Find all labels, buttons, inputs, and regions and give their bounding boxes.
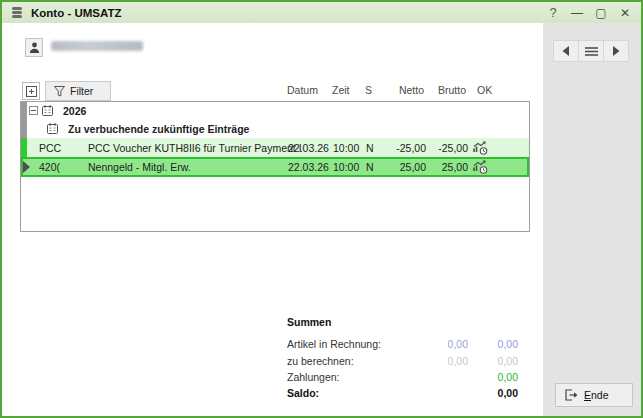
entries-table: 2026 Zu verbuchende zukünftige Einträge … [20,101,530,232]
help-button[interactable]: ? [543,4,563,22]
column-header-datum: Datum [287,84,318,96]
cell-description: Nenngeld - Mitgl. Erw. [88,161,191,173]
summary-row: zu berechnen: 0,00 0,00 [287,355,527,369]
cell-zeit: 10:00 [333,142,359,154]
person-icon [29,42,40,54]
ende-button-label: Ende [584,389,609,401]
group-row-year[interactable]: 2026 [21,102,529,120]
cell-netto: -25,00 [376,142,426,154]
account-name-redacted [51,41,143,51]
title-bar: Konto - UMSATZ ? — ▢ ✕ [2,2,641,24]
exit-icon [565,389,578,401]
column-header-brutto: Brutto [426,84,466,96]
scheduled-chart-clock-icon [473,141,490,155]
cell-code: 420( [39,161,60,173]
main-area: Filter Datum Zeit S Netto Brutto OK 2026 [2,23,543,416]
scheduled-chart-clock-icon [473,160,490,174]
cell-s: N [366,142,374,154]
group-row-future-entries[interactable]: Zu verbuchende zukünftige Einträge [21,120,529,138]
record-list-button[interactable] [578,40,604,62]
summary-value-2: 0,00 [468,371,518,383]
column-header-netto: Netto [374,84,424,96]
summary-label: zu berechnen: [287,355,354,367]
minimize-button[interactable]: — [567,4,587,22]
konto-window: Konto - UMSATZ ? — ▢ ✕ Filter [0,0,643,418]
close-button[interactable]: ✕ [615,4,635,22]
cell-netto: 25,00 [376,161,426,173]
summary-row: Zahlungen: 0,00 [287,371,527,385]
row-gutter [21,102,27,120]
column-header-s: S [365,84,372,96]
menu-lines-icon [585,47,598,56]
table-row-selected[interactable]: 420( Nenngeld - Mitgl. Erw. 22.03.26 10:… [21,157,529,177]
cell-brutto: 25,00 [428,161,468,173]
row-gutter [21,138,27,157]
coins-icon [10,7,24,19]
ende-button[interactable]: Ende [555,383,633,407]
summary-value-1: 0,00 [418,338,468,350]
cell-code: PCC [39,142,61,154]
cell-datum: 22.03.26 [288,142,329,154]
column-header-ok: OK [477,84,492,96]
cell-datum: 22.03.26 [288,161,329,173]
cell-zeit: 10:00 [333,161,359,173]
summary-label: Zahlungen: [287,371,340,383]
summary-title: Summen [287,316,331,328]
next-record-button[interactable] [603,40,629,62]
group-label-future-entries: Zu verbuchende zukünftige Einträge [68,123,249,135]
cell-s: N [366,161,374,173]
collapse-toggle-icon[interactable] [29,106,38,115]
calendar-icon [42,105,53,116]
cell-description: PCC Voucher KUTH8II6 für Turnier Payment… [88,142,302,154]
column-header-zeit: Zeit [332,84,350,96]
summary-label: Saldo: [287,387,319,399]
account-button[interactable] [25,38,43,57]
summary-value-2: 0,00 [468,355,518,367]
row-gutter [21,120,27,138]
summary-value-1: 0,00 [418,355,468,367]
previous-record-button[interactable] [553,40,579,62]
maximize-button[interactable]: ▢ [591,4,611,22]
cell-brutto: -25,00 [428,142,468,154]
window-controls: ? — ▢ ✕ [543,2,635,23]
group-label-year: 2026 [63,105,86,117]
arrow-right-icon [612,46,620,56]
summary-value-2: 0,00 [468,338,518,350]
summary-value-2: 0,00 [468,387,518,399]
arrow-left-icon [562,46,570,56]
summary-label: Artikel in Rechnung: [287,338,381,350]
record-navigation [553,40,628,62]
summary-row-saldo: Saldo: 0,00 [287,387,527,401]
window-title: Konto - UMSATZ [31,7,121,19]
table-row[interactable]: PCC PCC Voucher KUTH8II6 für Turnier Pay… [21,138,529,157]
current-row-marker-icon [23,161,30,173]
summary-row: Artikel in Rechnung: 0,00 0,00 [287,338,527,352]
table-column-headers: Datum Zeit S Netto Brutto OK [2,84,543,98]
calendar-icon [47,123,58,134]
side-panel: Ende [543,23,641,416]
